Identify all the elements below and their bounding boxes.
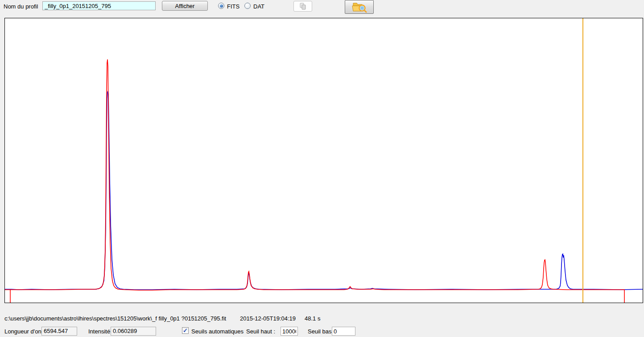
spectrum-plot-area[interactable]: [4, 18, 643, 303]
intensity-value: 0.060289: [111, 327, 156, 336]
auto-thresholds-checkbox[interactable]: ✓: [182, 327, 189, 334]
dat-radio-label: DAT: [253, 3, 264, 10]
intensity-label: Intensité :: [88, 328, 113, 335]
red-profile: [10, 59, 624, 303]
timestamp-text: 2015-12-05T19:04:19: [240, 315, 296, 322]
copy-pages-icon: [299, 2, 307, 10]
profile-name-input[interactable]: [42, 1, 156, 10]
auto-thresholds-label: Seuils automatiques: [191, 328, 244, 335]
radio-dot: [220, 4, 223, 8]
copy-button[interactable]: [293, 1, 312, 12]
dat-radio[interactable]: [244, 3, 251, 9]
app-window: { "toolbar": { "profile_label": "Nom du …: [0, 0, 644, 337]
spectrum-svg[interactable]: [5, 18, 643, 303]
red-profile: [5, 290, 10, 303]
wavelength-value: 6594.547: [41, 327, 77, 336]
folder-search-icon: [352, 1, 367, 13]
open-file-button[interactable]: [345, 0, 374, 14]
file-path-text: c:\users\jjb\documents\astro\lhires\spec…: [4, 315, 226, 322]
wavelength-label: Longueur d'onde: [4, 328, 41, 335]
fits-radio[interactable]: [218, 3, 224, 9]
seuil-haut-label: Seuil haut :: [246, 328, 275, 335]
seuil-bas-input[interactable]: [332, 327, 355, 336]
profile-name-label: Nom du profil: [4, 3, 38, 10]
afficher-button[interactable]: Afficher: [162, 1, 208, 11]
seuil-bas-label: Seuil bas: [308, 328, 331, 335]
seuil-haut-input[interactable]: [281, 327, 298, 336]
exposure-text: 48.1 s: [305, 315, 320, 322]
fits-radio-label: FITS: [227, 3, 239, 10]
blue-profile: [5, 91, 643, 290]
